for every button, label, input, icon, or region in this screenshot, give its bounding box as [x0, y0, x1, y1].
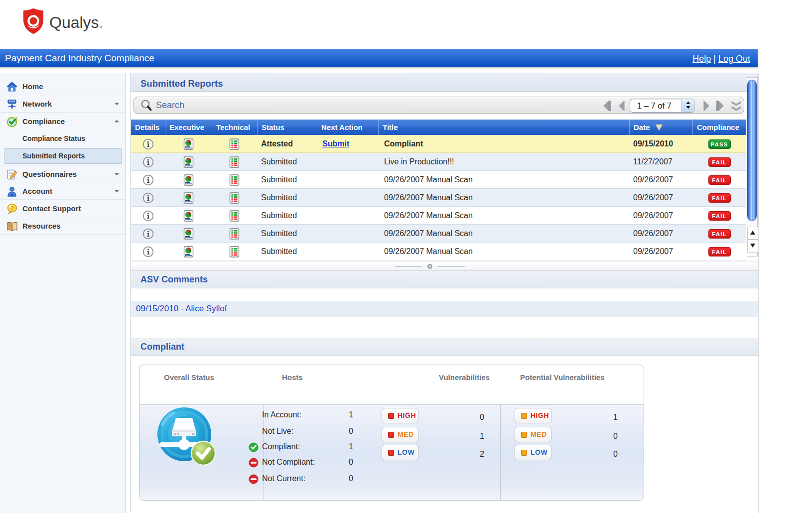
svg-text:?: ?: [10, 204, 14, 212]
